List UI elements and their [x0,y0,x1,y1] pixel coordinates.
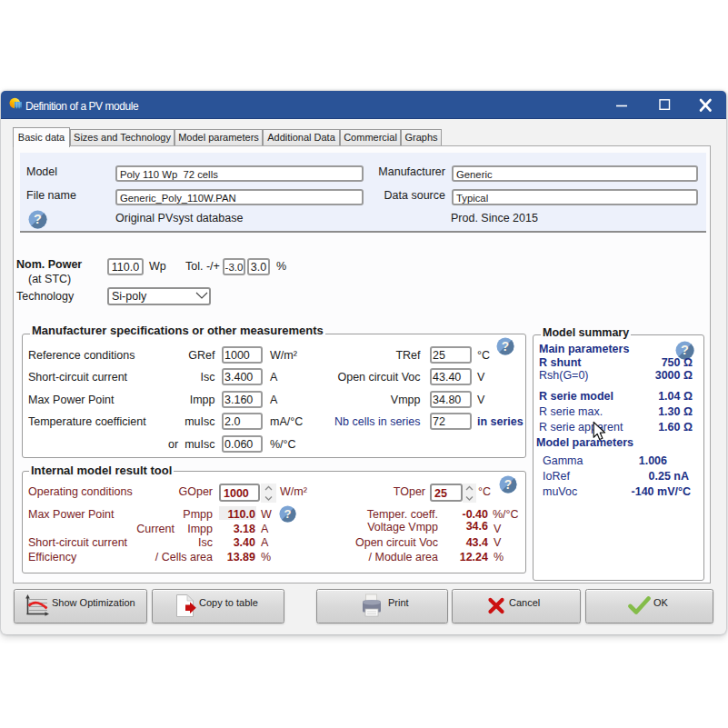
svg-text:?: ? [284,507,291,521]
svg-text:?: ? [34,212,42,226]
svg-text:?: ? [504,478,512,492]
svg-text:?: ? [502,340,509,354]
